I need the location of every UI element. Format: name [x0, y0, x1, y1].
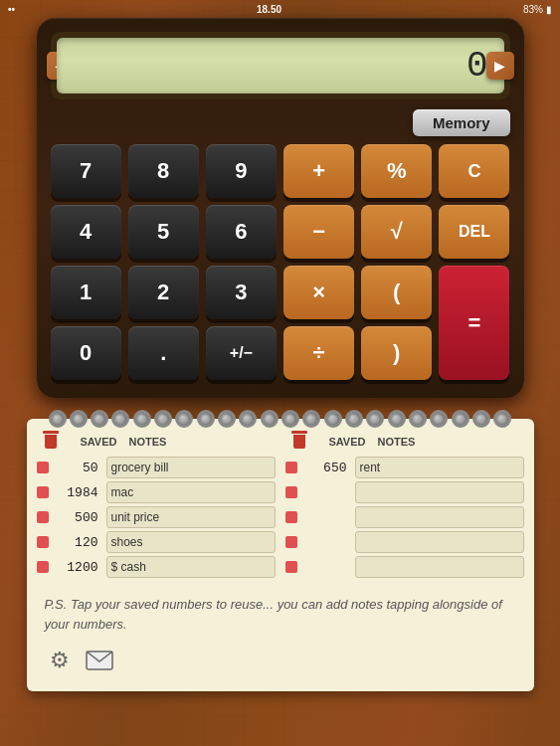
right-notes-header: NOTES [370, 436, 524, 448]
note-r3[interactable] [355, 506, 524, 528]
spiral-17 [388, 410, 406, 428]
note-r1[interactable] [355, 457, 524, 478]
trash-icon-left[interactable] [41, 431, 61, 453]
spiral-5 [133, 410, 151, 428]
notepad-footer: ⚙ [37, 646, 524, 675]
notepad-right-col: SAVED NOTES 650 [285, 431, 524, 581]
btn-6[interactable]: 6 [206, 205, 277, 259]
btn-sqrt[interactable]: √ [361, 205, 432, 259]
left-row-2: 1984 [37, 481, 276, 503]
value-l3[interactable]: 500 [53, 510, 102, 525]
spiral-19 [430, 410, 448, 428]
btn-del[interactable]: DEL [439, 205, 509, 259]
status-bar: •• 18.50 83% ▮ [0, 0, 560, 18]
spiral-11 [261, 410, 279, 428]
memory-row: Memory [51, 109, 510, 136]
btn-0[interactable]: 0 [51, 326, 121, 380]
note-l1[interactable] [106, 457, 276, 478]
btn-2[interactable]: 2 [128, 266, 199, 319]
calculator-display: 0 [57, 38, 504, 93]
right-row-2 [285, 481, 524, 503]
left-row-4: 120 [37, 531, 276, 553]
btn-1[interactable]: 1 [51, 266, 121, 319]
checkbox-l2[interactable] [37, 486, 49, 498]
btn-dot[interactable]: . [128, 326, 199, 380]
btn-percent[interactable]: % [361, 144, 432, 198]
spiral-4 [111, 410, 129, 428]
note-r2[interactable] [355, 481, 524, 503]
value-l1[interactable]: 50 [53, 461, 102, 475]
btn-lparen[interactable]: ( [361, 266, 432, 319]
spiral-22 [493, 410, 511, 428]
btn-plus[interactable]: + [283, 144, 354, 198]
checkbox-r3[interactable] [285, 511, 297, 523]
note-l3[interactable] [106, 506, 276, 528]
checkbox-r5[interactable] [285, 561, 297, 573]
nav-right-button[interactable]: ▶ [486, 52, 514, 80]
spiral-15 [345, 410, 363, 428]
btn-mul[interactable]: × [283, 266, 354, 319]
display-wrapper: ◀ 0 ▶ [51, 32, 510, 99]
ps-note: P.S. Tap your saved numbers to reuse... … [37, 591, 524, 638]
trash-icon-right[interactable] [289, 431, 309, 453]
left-row-1: 50 [37, 457, 276, 478]
left-row-5: 1200 [37, 556, 276, 578]
btn-9[interactable]: 9 [206, 144, 277, 198]
value-l4[interactable]: 120 [53, 535, 102, 550]
value-l5[interactable]: 1200 [53, 560, 102, 575]
mail-icon[interactable] [85, 646, 114, 675]
right-header-labels: SAVED NOTES [315, 436, 524, 448]
note-r5[interactable] [355, 556, 524, 578]
spiral-16 [366, 410, 384, 428]
right-row-1: 650 [285, 457, 524, 478]
checkbox-r1[interactable] [285, 462, 297, 473]
note-r4[interactable] [355, 531, 524, 553]
btn-3[interactable]: 3 [206, 266, 277, 319]
btn-7[interactable]: 7 [51, 144, 121, 198]
btn-8[interactable]: 8 [128, 144, 199, 198]
value-r1[interactable]: 650 [301, 461, 351, 475]
value-l2[interactable]: 1984 [53, 485, 102, 500]
right-row-3 [285, 506, 524, 528]
right-col-header: SAVED NOTES [285, 431, 524, 453]
right-saved-header: SAVED [315, 436, 370, 448]
notepad-left-col: SAVED NOTES 50 1984 500 [37, 431, 276, 581]
checkbox-l3[interactable] [37, 511, 49, 523]
spiral-12 [281, 410, 299, 428]
notepad-wrapper: SAVED NOTES 50 1984 500 [27, 410, 534, 691]
btn-rparen[interactable]: ) [361, 326, 432, 380]
spiral-binding [27, 410, 534, 428]
memory-button[interactable]: Memory [413, 109, 510, 136]
spiral-6 [154, 410, 172, 428]
btn-minus[interactable]: − [283, 205, 354, 259]
spiral-18 [409, 410, 427, 428]
btn-4[interactable]: 4 [51, 205, 121, 259]
note-l4[interactable] [106, 531, 276, 553]
note-l5[interactable] [106, 556, 276, 578]
checkbox-l1[interactable] [37, 462, 49, 473]
spiral-9 [218, 410, 236, 428]
btn-5[interactable]: 5 [128, 205, 199, 259]
notepad-grid: SAVED NOTES 50 1984 500 [37, 431, 524, 581]
left-row-3: 500 [37, 506, 276, 528]
notepad: SAVED NOTES 50 1984 500 [27, 419, 534, 691]
btn-clear[interactable]: C [439, 144, 509, 198]
settings-icon[interactable]: ⚙ [45, 646, 75, 675]
spiral-13 [302, 410, 320, 428]
checkbox-r4[interactable] [285, 536, 297, 548]
spiral-8 [197, 410, 215, 428]
btn-div[interactable]: ÷ [283, 326, 354, 380]
checkbox-l5[interactable] [37, 561, 49, 573]
left-notes-header: NOTES [121, 436, 276, 448]
spiral-20 [452, 410, 469, 428]
spiral-2 [70, 410, 88, 428]
spiral-10 [239, 410, 257, 428]
btn-equals[interactable]: = [439, 266, 509, 380]
spiral-7 [175, 410, 193, 428]
checkbox-l4[interactable] [37, 536, 49, 548]
note-l2[interactable] [106, 481, 276, 503]
status-time: 18.50 [257, 4, 281, 15]
btn-posneg[interactable]: +/− [206, 326, 277, 380]
spiral-14 [324, 410, 342, 428]
checkbox-r2[interactable] [285, 486, 297, 498]
